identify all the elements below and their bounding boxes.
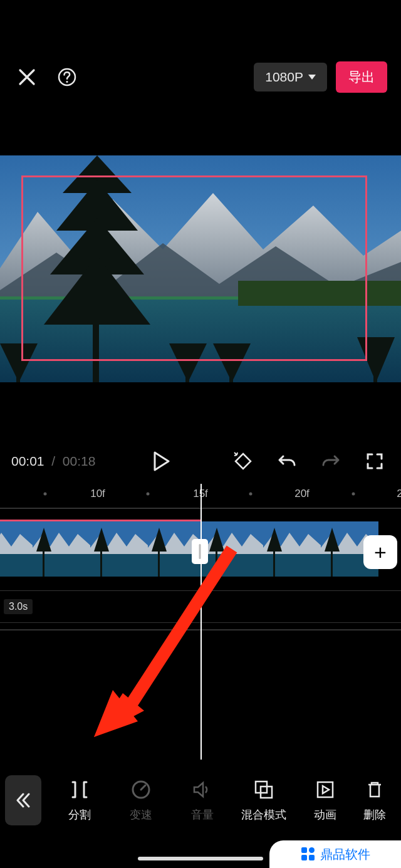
resolution-button[interactable]: 1080P: [254, 63, 327, 92]
toolbar-item-speed[interactable]: 变速: [110, 778, 172, 822]
keyframe-button[interactable]: [228, 446, 258, 476]
toolbar-label: 混合模式: [241, 807, 286, 822]
toolbar-item-blend[interactable]: 混合模式: [233, 778, 294, 822]
clip-duration-badge: 3.0s: [4, 599, 33, 614]
playhead-handle[interactable]: [192, 539, 208, 564]
svg-rect-8: [185, 362, 189, 382]
undo-icon: [277, 451, 297, 471]
svg-point-1: [66, 80, 68, 82]
svg-marker-33: [94, 693, 144, 737]
toolbar: 分割 变速 音量 混合模式 动画 删除: [0, 763, 401, 838]
toolbar-item-volume[interactable]: 音量: [172, 778, 233, 822]
toolbar-item-anim[interactable]: 动画: [294, 778, 356, 822]
toolbar-label: 音量: [191, 807, 214, 822]
svg-rect-5: [238, 281, 401, 306]
svg-rect-22: [158, 546, 160, 577]
watermark: 鼎品软件: [269, 840, 401, 868]
ruler-mark: 20f: [294, 488, 310, 500]
close-icon: [18, 68, 36, 86]
svg-rect-39: [301, 847, 307, 853]
clip-thumbnail[interactable]: [33, 521, 90, 577]
keyframe-icon: [233, 451, 253, 471]
help-button[interactable]: [54, 64, 80, 90]
svg-rect-15: [33, 554, 90, 577]
clip-thumbnail[interactable]: [206, 521, 263, 577]
watermark-icon: [300, 846, 316, 862]
play-button[interactable]: [147, 446, 177, 476]
undo-button[interactable]: [272, 446, 302, 476]
svg-point-40: [309, 847, 315, 853]
fullscreen-button[interactable]: [360, 446, 390, 476]
toolbar-label: 分割: [68, 807, 91, 822]
toolbar-item-split[interactable]: 分割: [49, 778, 110, 822]
plus-icon: +: [374, 540, 387, 565]
split-icon: [69, 779, 90, 800]
svg-rect-9: [229, 362, 233, 382]
ruler-mark: 10f: [90, 488, 105, 500]
chevron-double-left-icon: [14, 792, 32, 809]
anim-icon: [315, 779, 336, 800]
svg-rect-24: [206, 554, 263, 577]
clip-thumbnail[interactable]: [263, 521, 321, 577]
toolbar-label: 动画: [314, 807, 336, 822]
export-button[interactable]: 导出: [336, 61, 387, 93]
svg-rect-10: [373, 356, 377, 382]
svg-rect-31: [331, 546, 333, 577]
clip-thumbnail[interactable]: [0, 521, 33, 577]
timecode: 00:01 / 00:18: [11, 454, 95, 469]
delete-icon: [364, 779, 385, 800]
close-button[interactable]: [14, 64, 40, 90]
svg-rect-25: [216, 546, 217, 577]
export-label: 导出: [348, 70, 375, 84]
ruler-mark: 2: [397, 488, 401, 500]
video-preview[interactable]: [0, 155, 401, 382]
watermark-text: 鼎品软件: [320, 846, 370, 863]
blend-icon: [253, 779, 274, 800]
playhead-line: [200, 484, 202, 760]
svg-rect-28: [273, 546, 275, 577]
time-separator: /: [48, 454, 59, 468]
volume-icon: [192, 779, 213, 800]
svg-rect-42: [309, 855, 315, 860]
total-time: 00:18: [63, 454, 96, 468]
toolbar-label: 变速: [130, 807, 152, 822]
resolution-label: 1080P: [265, 70, 303, 85]
speed-icon: [130, 779, 152, 800]
svg-rect-16: [43, 546, 44, 577]
svg-rect-27: [263, 554, 321, 577]
home-indicator: [138, 857, 263, 860]
chevron-down-icon: [308, 75, 316, 80]
toolbar-label: 删除: [363, 807, 386, 822]
svg-rect-18: [90, 554, 148, 577]
help-icon: [57, 67, 77, 87]
svg-rect-19: [100, 546, 102, 577]
play-icon: [153, 451, 170, 471]
preview-image: [0, 155, 401, 382]
svg-rect-7: [16, 362, 20, 382]
redo-button[interactable]: [316, 446, 346, 476]
toolbar-item-delete[interactable]: 删除: [356, 778, 393, 822]
redo-icon: [321, 451, 341, 471]
svg-marker-34: [94, 690, 138, 737]
add-clip-button[interactable]: +: [363, 535, 397, 569]
svg-rect-41: [301, 855, 307, 860]
clip-thumbnail[interactable]: [90, 521, 148, 577]
toolbar-back-button[interactable]: [5, 775, 41, 825]
fullscreen-icon: [366, 452, 383, 470]
svg-rect-12: [0, 554, 33, 577]
current-time: 00:01: [11, 454, 44, 468]
